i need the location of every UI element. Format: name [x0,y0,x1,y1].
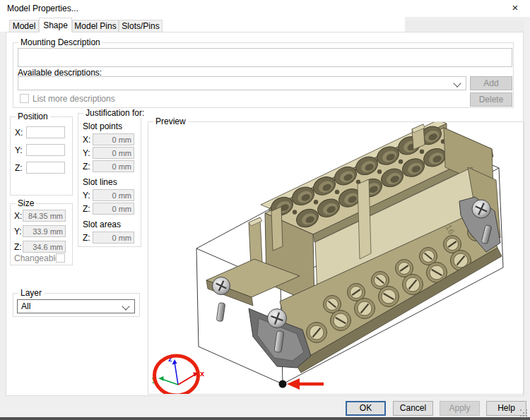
changeable-label: Changeable: [14,253,62,263]
tab-shape[interactable]: Shape [39,18,72,32]
slot-lines-z-label: Z: [83,204,90,214]
tab-slots-pins[interactable]: Slots/Pins [119,20,163,32]
changeable-checkbox[interactable] [56,253,65,263]
dialog-background-patch [405,20,524,32]
slot-areas-z-label: Z: [83,233,90,243]
slot-points-x-field[interactable] [93,133,134,145]
close-icon[interactable]: × [505,0,526,16]
layer-combobox[interactable]: All [17,299,135,313]
position-y-label: Y: [15,145,23,155]
position-group-label: Position [16,112,50,121]
apply-button[interactable]: Apply [440,401,480,416]
slot-points-y-label: Y: [83,148,90,158]
slot-areas-z-field[interactable] [93,232,134,244]
cancel-button[interactable]: Cancel [393,401,433,416]
slot-areas-label: Slot areas [83,220,121,229]
size-x-field[interactable] [23,210,66,222]
origin-dot [279,380,287,388]
window-bottom-edge [0,417,530,420]
add-button[interactable]: Add [470,76,512,90]
title-bar [0,0,530,17]
mounting-description-group-label: Mounting Description [18,37,102,47]
size-z-label: Z: [14,242,22,252]
slot-lines-y-field[interactable] [93,189,134,201]
tab-model[interactable]: Model [9,20,39,32]
ok-button[interactable]: OK [346,401,386,416]
slot-lines-z-field[interactable] [93,203,134,215]
slot-points-label: Slot points [83,121,122,131]
position-x-label: X: [15,128,23,138]
axis-x-label: x [200,369,205,378]
slot-points-x-label: X: [83,135,90,145]
axis-triad-icon: z x y [152,354,205,394]
size-x-label: X: [14,211,22,221]
slot-points-z-label: Z: [83,162,90,172]
chevron-down-icon[interactable] [122,302,129,310]
slot-points-z-field[interactable] [93,160,134,172]
size-group-label: Size [16,198,36,208]
red-arrow-head [287,378,300,390]
window-title: Model Properties... [7,4,78,13]
available-descriptions-combobox[interactable] [18,76,466,90]
layer-value: All [21,301,30,311]
list-more-descriptions-label: List more descriptions [33,94,115,104]
slot-lines-label: Slot lines [83,177,117,187]
model-properties-dialog: { "window": { "title": "Model Properties… [0,0,530,420]
delete-button[interactable]: Delete [470,92,512,107]
tab-model-pins[interactable]: Model Pins [72,20,119,32]
size-y-field[interactable] [23,225,66,237]
origin-marker [279,378,324,390]
position-z-label: Z: [15,163,23,173]
layer-group-label: Layer [18,288,44,298]
slot-points-y-field[interactable] [93,147,134,159]
size-y-label: Y: [14,227,22,236]
mounting-description-input[interactable] [18,48,512,67]
preview-3d-viewport: 16 [148,122,524,394]
phillips-screw-icon [472,200,490,218]
position-z-field[interactable] [26,162,65,174]
size-z-field[interactable] [23,241,66,253]
position-x-field[interactable] [26,126,65,138]
justification-group-label: Justification for: [83,108,146,118]
position-y-field[interactable] [26,144,65,156]
connector-3d-model: 16 [206,122,502,373]
list-more-descriptions-checkbox[interactable] [20,94,29,103]
slot-lines-y-label: Y: [83,191,90,200]
chevron-down-icon[interactable] [453,79,461,87]
